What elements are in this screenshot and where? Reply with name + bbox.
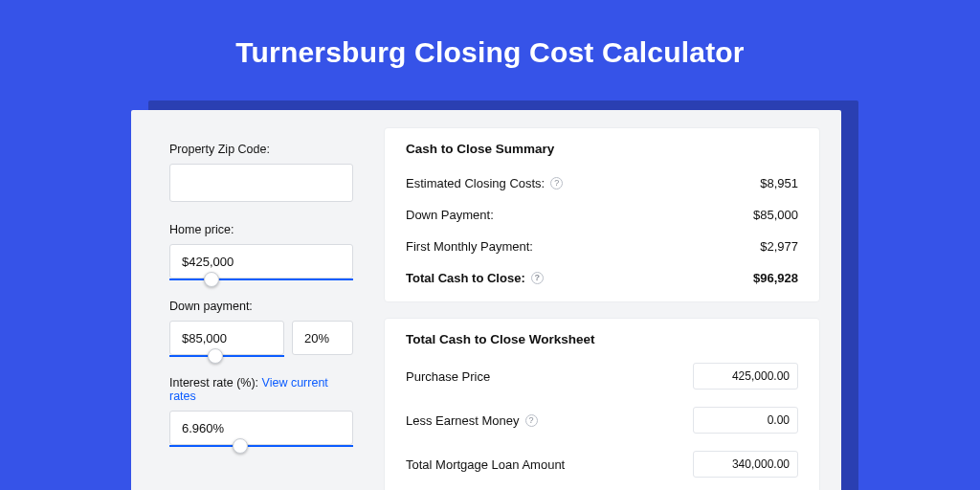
worksheet-row-mortgage-amount: Total Mortgage Loan Amount: [406, 442, 798, 486]
slider-thumb[interactable]: [208, 348, 223, 364]
summary-label: Down Payment:: [406, 208, 494, 222]
down-payment-pct-input[interactable]: [292, 321, 353, 355]
worksheet-label: Less Earnest Money: [406, 413, 520, 428]
slider-track: [169, 278, 353, 280]
page-root: Turnersburg Closing Cost Calculator Prop…: [0, 0, 980, 490]
summary-row-total: Total Cash to Close: ? $96,928: [406, 262, 798, 294]
summary-total-value: $96,928: [753, 271, 798, 285]
down-payment-slider[interactable]: [169, 321, 353, 355]
worksheet-row-purchase-price: Purchase Price: [406, 354, 798, 398]
worksheet-label: Purchase Price: [406, 369, 490, 384]
inputs-column: Property Zip Code: Home price: Down paym…: [131, 110, 376, 490]
home-price-slider[interactable]: [169, 244, 353, 278]
help-icon[interactable]: ?: [531, 272, 544, 284]
page-title: Turnersburg Closing Cost Calculator: [0, 0, 980, 69]
results-column: Cash to Close Summary Estimated Closing …: [376, 110, 841, 490]
summary-title: Cash to Close Summary: [406, 142, 798, 156]
slider-thumb[interactable]: [233, 438, 248, 454]
calculator-card: Property Zip Code: Home price: Down paym…: [131, 110, 841, 490]
field-down-payment: Down payment:: [169, 300, 353, 355]
summary-total-label: Total Cash to Close:: [406, 271, 525, 285]
zip-input[interactable]: [169, 164, 353, 202]
summary-row-down-payment: Down Payment: $85,000: [406, 199, 798, 231]
summary-value: $85,000: [753, 208, 798, 222]
worksheet-row-earnest-money: Less Earnest Money ?: [406, 398, 798, 442]
down-payment-label: Down payment:: [169, 300, 353, 313]
interest-slider[interactable]: [169, 411, 353, 445]
home-price-input[interactable]: [169, 244, 353, 278]
summary-row-closing-costs: Estimated Closing Costs: ? $8,951: [406, 167, 798, 199]
worksheet-input-purchase-price[interactable]: [693, 363, 798, 390]
worksheet-label: Total Mortgage Loan Amount: [406, 457, 565, 472]
summary-value: $2,977: [760, 239, 798, 254]
summary-panel: Cash to Close Summary Estimated Closing …: [384, 127, 820, 302]
slider-track: [169, 355, 284, 357]
home-price-label: Home price:: [169, 223, 353, 236]
help-icon[interactable]: ?: [550, 177, 563, 189]
field-home-price: Home price:: [169, 223, 353, 278]
summary-label: First Monthly Payment:: [406, 239, 533, 254]
field-zip: Property Zip Code:: [169, 143, 353, 202]
interest-label: Interest rate (%):: [169, 376, 258, 390]
worksheet-panel: Total Cash to Close Worksheet Purchase P…: [384, 318, 820, 490]
interest-label-row: Interest rate (%): View current rates: [169, 376, 353, 403]
slider-track: [169, 445, 353, 447]
slider-thumb[interactable]: [204, 272, 219, 287]
worksheet-input-mortgage-amount[interactable]: [693, 451, 798, 478]
zip-label: Property Zip Code:: [169, 143, 353, 156]
worksheet-row-second-mortgage: Total Second Mortgage Amount: [406, 486, 798, 490]
field-interest-rate: Interest rate (%): View current rates: [169, 376, 353, 445]
summary-row-first-payment: First Monthly Payment: $2,977: [406, 231, 798, 262]
interest-input[interactable]: [169, 411, 353, 445]
worksheet-title: Total Cash to Close Worksheet: [406, 332, 798, 346]
summary-label: Estimated Closing Costs:: [406, 176, 545, 190]
help-icon[interactable]: ?: [525, 414, 538, 427]
summary-value: $8,951: [760, 176, 798, 190]
down-payment-input[interactable]: [169, 321, 284, 355]
worksheet-input-earnest-money[interactable]: [693, 407, 798, 434]
